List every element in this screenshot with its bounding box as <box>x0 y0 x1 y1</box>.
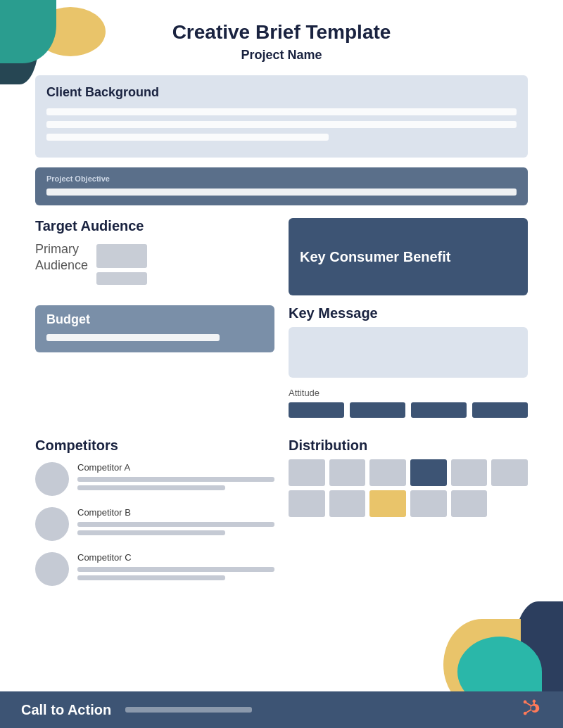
target-audience-col: Target Audience PrimaryAudience <box>35 218 274 295</box>
client-background-title: Client Background <box>46 85 517 100</box>
project-objective-line <box>46 189 517 196</box>
competitor-a-line-1 <box>77 477 274 482</box>
key-consumer-title: Key Consumer Benefit <box>300 249 451 265</box>
client-bg-line-3 <box>46 134 329 141</box>
cta-input-line <box>125 707 252 713</box>
attitude-label: Attitude <box>289 388 528 398</box>
key-message-col: Key Message Attitude <box>289 305 528 428</box>
dist-cell-1-1 <box>289 459 325 486</box>
competitor-a-avatar <box>35 462 69 496</box>
primary-audience-area: PrimaryAudience <box>35 241 274 285</box>
distribution-grid-row2 <box>289 490 528 517</box>
competitor-c-name: Competitor C <box>77 552 274 563</box>
competitor-c-info: Competitor C <box>77 552 274 584</box>
key-consumer-benefit-box: Key Consumer Benefit <box>289 218 528 295</box>
page-title: Creative Brief Template <box>35 14 528 44</box>
distribution-grid-row1 <box>289 459 528 486</box>
cta-footer: Call to Action <box>0 691 563 728</box>
dist-cell-1-5 <box>451 459 488 486</box>
audience-rect-2 <box>96 272 147 285</box>
competitor-item-a: Competitor A <box>35 462 274 496</box>
dist-cell-1-4 <box>410 459 447 486</box>
distribution-title: Distribution <box>289 438 528 454</box>
project-objective-label: Project Objective <box>46 174 517 183</box>
client-bg-line-2 <box>46 121 517 128</box>
dist-cell-1-6 <box>491 459 528 486</box>
dist-cell-2-6 <box>491 490 528 517</box>
target-audience-title: Target Audience <box>35 218 274 234</box>
audience-rect-1 <box>96 244 147 268</box>
client-bg-line-1 <box>46 108 517 115</box>
key-message-box <box>289 327 528 378</box>
dist-cell-1-3 <box>369 459 406 486</box>
cta-line-area <box>125 707 508 713</box>
competitor-c-line-1 <box>77 567 274 572</box>
budget-line <box>46 334 220 341</box>
competitor-a-info: Competitor A <box>77 462 274 494</box>
competitor-c-avatar <box>35 552 69 586</box>
dist-cell-2-1 <box>289 490 325 517</box>
project-name-label: Project Name <box>35 48 528 63</box>
distribution-col: Distribution <box>289 438 528 597</box>
competitor-b-line-1 <box>77 522 274 527</box>
key-consumer-col: Key Consumer Benefit <box>289 218 528 295</box>
competitor-item-c: Competitor C <box>35 552 274 586</box>
att-bar-3 <box>411 402 467 418</box>
competitor-a-line-2 <box>77 485 225 490</box>
competitor-b-name: Competitor B <box>77 507 274 518</box>
dist-cell-2-3 <box>369 490 406 517</box>
att-bar-2 <box>350 402 405 418</box>
competitor-b-line-2 <box>77 530 225 535</box>
cta-label: Call to Action <box>21 702 111 718</box>
competitor-c-line-2 <box>77 575 225 580</box>
attitude-bars <box>289 402 528 418</box>
key-message-title: Key Message <box>289 305 528 321</box>
project-objective-section: Project Objective <box>35 167 528 205</box>
competitor-a-name: Competitor A <box>77 462 274 473</box>
budget-message-row: Budget Key Message Attitude <box>35 305 528 428</box>
competitor-item-b: Competitor B <box>35 507 274 541</box>
competitors-col: Competitors Competitor A Competitor B <box>35 438 274 597</box>
att-bar-4 <box>472 402 528 418</box>
dist-cell-1-2 <box>329 459 366 486</box>
competitor-b-info: Competitor B <box>77 507 274 539</box>
att-bar-1 <box>289 402 344 418</box>
dist-cell-2-2 <box>329 490 366 517</box>
audience-benefit-row: Target Audience PrimaryAudience Key Cons… <box>35 218 528 295</box>
attitude-section: Attitude <box>289 388 528 418</box>
client-background-section: Client Background <box>35 75 528 158</box>
competitor-b-avatar <box>35 507 69 541</box>
competitors-distribution-row: Competitors Competitor A Competitor B <box>35 438 528 597</box>
audience-placeholder <box>96 244 147 285</box>
dist-cell-2-4 <box>410 490 447 517</box>
budget-col: Budget <box>35 305 274 428</box>
budget-section: Budget <box>35 305 274 352</box>
dist-cell-2-5 <box>451 490 488 517</box>
key-message-section: Key Message <box>289 305 528 378</box>
budget-title: Budget <box>46 312 263 327</box>
hubspot-logo <box>522 698 542 722</box>
competitors-title: Competitors <box>35 438 274 454</box>
primary-audience-label: PrimaryAudience <box>35 241 88 274</box>
